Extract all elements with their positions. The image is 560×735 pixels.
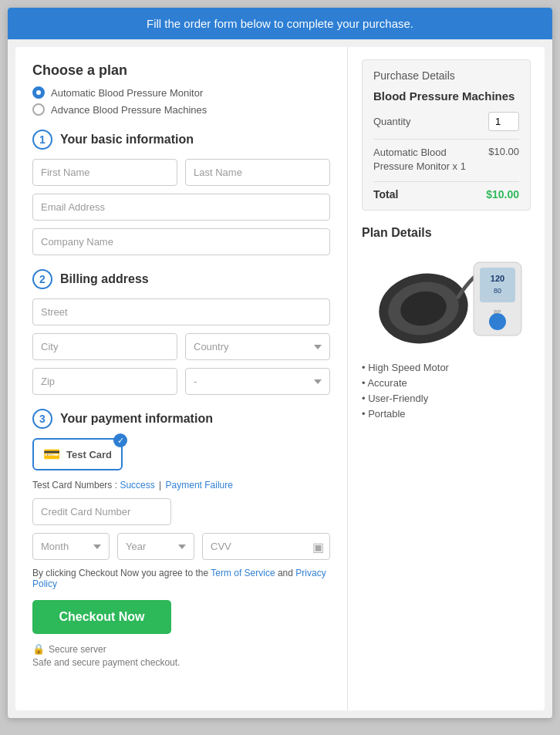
cc-number-field	[32, 498, 330, 525]
product-svg: 120 80 BP	[366, 251, 528, 351]
plan-section-title: Choose a plan	[32, 62, 330, 79]
section1-header: 1 Your basic information	[32, 130, 330, 150]
lock-icon: 🔒	[32, 643, 45, 655]
quantity-row: Quantity	[373, 112, 519, 131]
quantity-label: Quantity	[373, 116, 410, 127]
left-panel: Choose a plan Automatic Blood Pressure M…	[15, 47, 348, 710]
section3-header: 3 Your payment information	[32, 409, 330, 429]
plan-option-2[interactable]: Advance Blood Pressure Machines	[32, 103, 330, 116]
section2-header: 2 Billing address	[32, 269, 330, 289]
radio-automatic[interactable]	[32, 86, 45, 99]
plan-details: Plan Details	[362, 226, 531, 420]
city-country-row: Country United States United Kingdom Can…	[32, 333, 330, 360]
item-label: Automatic Blood Pressure Monitor x 1	[373, 146, 488, 174]
total-value: $10.00	[486, 188, 519, 201]
month-select[interactable]: Month 01 02 03 04 05 06 07 08 09 10 11 1…	[32, 533, 110, 560]
cvv-field: ▣	[202, 533, 330, 560]
zip-field	[32, 368, 177, 395]
first-name-input[interactable]	[32, 159, 177, 186]
terms-link[interactable]: Term of Service	[211, 568, 275, 578]
zip-state-row: -	[32, 368, 330, 395]
item-price: $10.00	[488, 146, 519, 174]
purchase-details-box: Purchase Details Blood Pressure Machines…	[362, 59, 531, 211]
company-input[interactable]	[32, 228, 330, 255]
plan-label-1: Automatic Blood Pressure Monitor	[51, 87, 203, 99]
svg-text:BP: BP	[494, 309, 501, 315]
secure-text: 🔒 Secure server	[32, 643, 330, 655]
zip-input[interactable]	[32, 368, 177, 395]
section1-number: 1	[32, 130, 52, 150]
year-select[interactable]: Year 2024 2025 2026 2027 2028	[117, 533, 194, 560]
cc-number-row	[32, 498, 330, 525]
product-image: 120 80 BP	[366, 251, 528, 351]
section3-number: 3	[32, 409, 52, 429]
plan-details-title: Plan Details	[362, 226, 531, 240]
cvv-icon: ▣	[312, 539, 324, 554]
feature-item: High Speed Motor	[362, 362, 531, 373]
street-input[interactable]	[32, 298, 330, 325]
svg-text:80: 80	[493, 287, 501, 295]
feature-item: User-Friendly	[362, 393, 531, 404]
secure-label: Secure server	[49, 644, 106, 655]
country-select[interactable]: Country United States United Kingdom Can…	[185, 333, 330, 360]
last-name-field	[185, 159, 330, 186]
content-area: Choose a plan Automatic Blood Pressure M…	[15, 47, 545, 710]
section1-title: Your basic information	[60, 133, 194, 147]
test-card-label: Test Card Numbers :	[32, 480, 117, 491]
separator: |	[159, 480, 161, 491]
terms-prefix: By clicking Checkout Now you agree to th…	[32, 568, 211, 578]
product-name: Blood Pressure Machines	[373, 89, 519, 103]
checkout-button[interactable]: Checkout Now	[32, 600, 171, 634]
section2-number: 2	[32, 269, 52, 289]
email-row	[32, 194, 330, 221]
city-field	[32, 333, 177, 360]
checkout-label: Checkout Now	[59, 610, 144, 623]
card-option[interactable]: 💳 Test Card ✓	[32, 438, 123, 470]
purchase-details-title: Purchase Details	[373, 69, 519, 82]
product-image-container: 120 80 BP	[362, 251, 531, 351]
quantity-input[interactable]	[488, 112, 519, 131]
plan-section: Choose a plan Automatic Blood Pressure M…	[32, 62, 330, 116]
street-field	[32, 298, 330, 325]
svg-point-8	[489, 313, 506, 330]
plan-label-2: Advance Blood Pressure Machines	[51, 104, 207, 116]
cc-number-input[interactable]	[32, 498, 171, 525]
and-text: and	[275, 568, 296, 578]
test-card-info: Test Card Numbers : Success | Payment Fa…	[32, 480, 330, 491]
first-name-field	[32, 159, 177, 186]
cc-expiry-row: Month 01 02 03 04 05 06 07 08 09 10 11 1…	[32, 533, 330, 560]
credit-card-icon: 💳	[43, 446, 60, 463]
plan-option-1[interactable]: Automatic Blood Pressure Monitor	[32, 86, 330, 99]
total-row: Total $10.00	[373, 181, 519, 201]
terms-text: By clicking Checkout Now you agree to th…	[32, 568, 330, 589]
email-field	[32, 194, 330, 221]
feature-list: High Speed MotorAccurateUser-FriendlyPor…	[362, 362, 531, 420]
city-input[interactable]	[32, 333, 177, 360]
radio-advance[interactable]	[32, 103, 45, 116]
company-row	[32, 228, 330, 255]
card-check-icon: ✓	[113, 433, 127, 447]
total-label: Total	[373, 188, 398, 201]
failure-link[interactable]: Payment Failure	[166, 480, 233, 491]
country-field: Country United States United Kingdom Can…	[185, 333, 330, 360]
banner-text: Fill the order form below to complete yo…	[147, 17, 413, 30]
page-wrapper: Fill the order form below to complete yo…	[8, 8, 552, 718]
street-row	[32, 298, 330, 325]
right-panel: Purchase Details Blood Pressure Machines…	[348, 47, 545, 710]
state-field: -	[185, 368, 330, 395]
success-link[interactable]: Success	[120, 480, 154, 491]
price-row: Automatic Blood Pressure Monitor x 1 $10…	[373, 139, 519, 174]
top-banner: Fill the order form below to complete yo…	[8, 8, 552, 39]
svg-text:120: 120	[490, 274, 504, 283]
section2-title: Billing address	[60, 272, 149, 286]
secure-sub: Safe and secure payment checkout.	[32, 657, 330, 668]
feature-item: Accurate	[362, 377, 531, 389]
card-label: Test Card	[66, 449, 112, 460]
email-input[interactable]	[32, 194, 330, 221]
feature-item: Portable	[362, 408, 531, 420]
cvv-input[interactable]	[202, 533, 330, 560]
name-row	[32, 159, 330, 186]
last-name-input[interactable]	[185, 159, 330, 186]
state-select[interactable]: -	[185, 368, 330, 395]
section3-title: Your payment information	[60, 412, 213, 426]
